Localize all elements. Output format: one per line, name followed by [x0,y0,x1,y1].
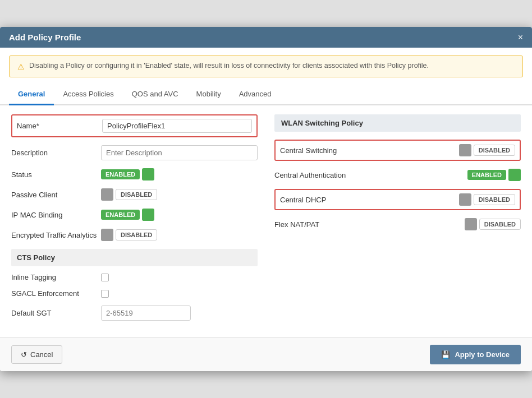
ip-mac-label: IP MAC Binding [11,211,101,219]
sgt-input[interactable] [101,306,191,321]
name-input[interactable] [102,119,252,133]
central-dhcp-toggle-box[interactable] [459,193,471,206]
central-auth-toggle[interactable]: ENABLED [467,169,521,181]
name-label: Name* [17,122,102,130]
status-toggle-box[interactable] [142,168,154,181]
name-field-row: Name* [11,114,258,137]
central-auth-row: Central Authentication ENABLED [274,169,521,181]
sgacl-label: SGACL Enforcement [11,289,101,298]
left-panel: Name* Description Status ENABLED Passive… [11,114,258,328]
content-area: Name* Description Status ENABLED Passive… [0,105,532,337]
warning-icon: ⚠ [17,62,25,71]
encrypted-toggle[interactable]: DISABLED [101,229,157,241]
passive-client-badge: DISABLED [116,189,157,200]
warning-text: Disabling a Policy or configuring it in … [29,62,429,70]
sgacl-checkbox[interactable] [101,290,109,298]
ip-mac-row: IP MAC Binding ENABLED [11,209,258,221]
ip-mac-badge: ENABLED [101,210,140,220]
modal-close-button[interactable]: × [518,33,523,42]
inline-tagging-checkbox[interactable] [101,274,109,281]
inline-tagging-label: Inline Tagging [11,273,101,281]
description-row: Description [11,145,258,160]
central-dhcp-label: Central DHCP [280,196,459,204]
encrypted-label: Encrypted Traffic Analytics [11,231,101,239]
sgacl-row: SGACL Enforcement [11,289,258,298]
passive-client-toggle-box[interactable] [101,188,113,201]
cancel-button[interactable]: ↺ Cancel [11,345,62,364]
central-switching-toggle-box[interactable] [459,144,471,156]
flex-nat-label: Flex NAT/PAT [274,220,465,229]
status-toggle[interactable]: ENABLED [101,168,154,181]
ip-mac-toggle[interactable]: ENABLED [101,209,154,221]
sgt-row: Default SGT [11,306,258,321]
modal-title: Add Policy Profile [9,33,81,42]
encrypted-row: Encrypted Traffic Analytics DISABLED [11,229,258,241]
apply-label: Apply to Device [455,350,510,359]
central-dhcp-toggle[interactable]: DISABLED [459,193,515,206]
inline-tagging-row: Inline Tagging [11,273,258,281]
right-panel: WLAN Switching Policy Central Switching … [274,114,521,328]
central-auth-toggle-box[interactable] [508,169,521,181]
status-badge: ENABLED [101,169,140,179]
tab-access-policies[interactable]: Access Policies [54,85,122,105]
central-switching-label: Central Switching [280,146,459,155]
modal-header: Add Policy Profile × [0,27,532,48]
encrypted-toggle-box[interactable] [101,229,113,241]
tabs-container: General Access Policies QOS and AVC Mobi… [0,85,532,105]
central-dhcp-badge: DISABLED [474,194,515,205]
central-auth-badge: ENABLED [467,170,506,180]
central-switching-toggle[interactable]: DISABLED [459,144,515,156]
wlan-header: WLAN Switching Policy [274,114,521,132]
passive-client-row: Passive Client DISABLED [11,188,258,201]
tab-general[interactable]: General [9,85,54,105]
flex-nat-badge: DISABLED [479,219,521,230]
status-label: Status [11,170,101,179]
modal-container: Add Policy Profile × ⚠ Disabling a Polic… [0,27,532,371]
encrypted-badge: DISABLED [116,229,157,240]
central-auth-label: Central Authentication [274,171,467,179]
apply-to-device-button[interactable]: 💾 Apply to Device [430,345,521,364]
flex-nat-toggle-box[interactable] [465,218,477,230]
cancel-icon: ↺ [21,350,27,359]
passive-client-label: Passive Client [11,191,101,199]
sgt-label: Default SGT [11,309,101,317]
tab-advanced[interactable]: Advanced [230,85,281,105]
passive-client-toggle[interactable]: DISABLED [101,188,157,201]
ip-mac-toggle-box[interactable] [142,209,154,221]
warning-banner: ⚠ Disabling a Policy or configuring it i… [9,55,523,77]
central-dhcp-row: Central DHCP DISABLED [274,189,521,210]
tab-mobility[interactable]: Mobility [187,85,230,105]
status-row: Status ENABLED [11,168,258,181]
central-switching-badge: DISABLED [474,145,515,156]
description-input[interactable] [101,145,258,160]
flex-nat-row: Flex NAT/PAT DISABLED [274,218,521,230]
apply-icon: 💾 [441,350,450,359]
tab-qos-avc[interactable]: QOS and AVC [123,85,187,105]
modal-footer: ↺ Cancel 💾 Apply to Device [0,337,532,371]
flex-nat-toggle[interactable]: DISABLED [465,218,521,230]
description-label: Description [11,149,101,157]
central-switching-row: Central Switching DISABLED [274,140,521,161]
cts-section-header: CTS Policy [11,249,258,266]
cancel-label: Cancel [30,350,53,359]
